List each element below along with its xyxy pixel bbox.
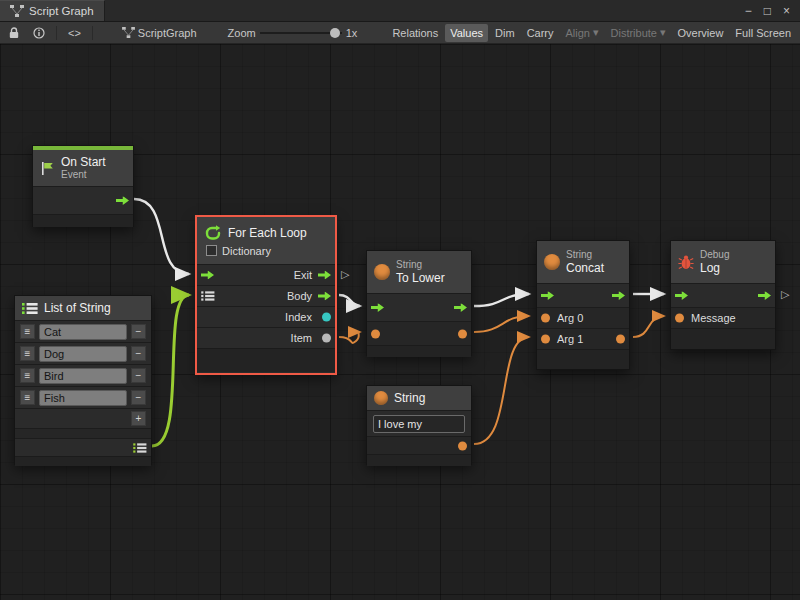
drag-handle-icon[interactable]: ≡ bbox=[20, 390, 35, 405]
list-item-row: ≡ − bbox=[15, 342, 151, 364]
list-item-input[interactable] bbox=[39, 324, 127, 340]
loop-icon bbox=[204, 225, 222, 242]
node-header[interactable]: String Concat bbox=[537, 241, 629, 283]
wire-value-item-to-tolower[interactable] bbox=[339, 332, 360, 343]
wire-control-body-to-tolower[interactable] bbox=[339, 295, 360, 306]
control-output-port[interactable] bbox=[758, 291, 771, 300]
string-output-port[interactable] bbox=[458, 329, 467, 338]
list-input-port[interactable] bbox=[201, 291, 215, 302]
graph-canvas[interactable]: ▷ ▷ On Start Event List of Str bbox=[0, 44, 800, 600]
wire-list-to-foreach[interactable] bbox=[152, 295, 189, 446]
control-input-port[interactable] bbox=[675, 291, 688, 300]
values-button[interactable]: Values bbox=[445, 24, 488, 42]
message-input-port[interactable] bbox=[675, 314, 684, 323]
carry-button[interactable]: Carry bbox=[522, 24, 559, 42]
graph-breadcrumb[interactable]: ScriptGraph bbox=[117, 24, 202, 42]
remove-item-button[interactable]: − bbox=[131, 346, 146, 361]
control-output-port[interactable] bbox=[116, 196, 129, 205]
port-label: Item bbox=[291, 332, 312, 344]
node-concat[interactable]: String Concat Arg 0 Arg 1 bbox=[536, 240, 630, 370]
node-title: Concat bbox=[566, 261, 604, 275]
node-footer bbox=[15, 456, 151, 466]
result-output-port[interactable] bbox=[616, 335, 625, 344]
checkbox-label: Dictionary bbox=[222, 245, 271, 257]
graph-toolbar: <> ScriptGraph Zoom 1x Relations Values … bbox=[0, 22, 800, 44]
unconnected-port-marker: ▷ bbox=[781, 288, 789, 300]
close-button[interactable]: × bbox=[783, 4, 790, 18]
align-dropdown[interactable]: Align ▾ bbox=[561, 24, 604, 42]
node-header[interactable]: List of String bbox=[15, 296, 151, 320]
list-item-input[interactable] bbox=[39, 368, 127, 384]
string-input-port[interactable] bbox=[371, 329, 380, 338]
control-output-port[interactable] bbox=[612, 291, 625, 300]
lock-button[interactable] bbox=[4, 24, 24, 42]
overview-button[interactable]: Overview bbox=[673, 24, 729, 42]
remove-item-button[interactable]: − bbox=[131, 368, 146, 383]
arg0-input-port[interactable] bbox=[541, 314, 550, 323]
graph-name-label: ScriptGraph bbox=[138, 27, 197, 39]
relations-button[interactable]: Relations bbox=[387, 24, 443, 42]
zoom-slider[interactable] bbox=[260, 26, 342, 40]
drag-handle-icon[interactable]: ≡ bbox=[20, 346, 35, 361]
wire-value-tolower-to-arg0[interactable] bbox=[474, 316, 529, 332]
arg1-input-port[interactable] bbox=[541, 335, 550, 344]
wire-value-literal-to-arg1[interactable] bbox=[474, 337, 529, 444]
node-header[interactable]: On Start Event bbox=[33, 150, 133, 186]
node-header[interactable]: Debug Log bbox=[671, 241, 775, 283]
zoom-slider-knob[interactable] bbox=[330, 28, 340, 38]
wire-control-tolower-to-concat[interactable] bbox=[474, 294, 529, 306]
info-button[interactable] bbox=[28, 24, 50, 42]
string-type-icon bbox=[544, 254, 560, 270]
index-output-port[interactable] bbox=[322, 313, 331, 322]
distribute-dropdown[interactable]: Distribute ▾ bbox=[606, 24, 671, 42]
port-label: Body bbox=[287, 290, 312, 302]
node-debug-log[interactable]: Debug Log Message bbox=[670, 240, 776, 350]
wire-value-concat-to-message[interactable] bbox=[633, 316, 664, 337]
fullscreen-button[interactable]: Full Screen bbox=[730, 24, 796, 42]
list-item-row: ≡ − bbox=[15, 364, 151, 386]
tab-script-graph[interactable]: Script Graph bbox=[0, 0, 105, 21]
add-item-button[interactable]: + bbox=[131, 411, 146, 426]
control-port-row bbox=[367, 293, 471, 321]
port-row-index: Index bbox=[197, 306, 335, 327]
exit-output-port[interactable] bbox=[318, 271, 331, 280]
node-string-literal[interactable]: String bbox=[366, 385, 472, 465]
node-list-of-string[interactable]: List of String ≡ − ≡ − ≡ − ≡ − + bbox=[14, 295, 152, 465]
list-add-row: + bbox=[15, 408, 151, 428]
node-header[interactable]: String bbox=[367, 386, 471, 410]
node-for-each-loop[interactable]: For Each Loop Dictionary Exit Body Index bbox=[196, 216, 336, 374]
body-output-port[interactable] bbox=[318, 292, 331, 301]
string-output-port[interactable] bbox=[458, 441, 467, 450]
toolbar-separator bbox=[92, 26, 93, 40]
node-on-start[interactable]: On Start Event bbox=[32, 145, 134, 227]
minimize-button[interactable]: − bbox=[745, 4, 752, 18]
node-category: String bbox=[394, 391, 425, 405]
list-item-input[interactable] bbox=[39, 346, 127, 362]
string-value-input[interactable] bbox=[373, 415, 465, 433]
maximize-button[interactable]: □ bbox=[764, 4, 771, 18]
control-input-port[interactable] bbox=[371, 303, 384, 312]
node-header[interactable]: String To Lower bbox=[367, 251, 471, 293]
node-footer bbox=[367, 454, 471, 466]
drag-handle-icon[interactable]: ≡ bbox=[20, 324, 35, 339]
control-output-port[interactable] bbox=[454, 303, 467, 312]
wire-control-onstart-to-foreach[interactable] bbox=[134, 199, 189, 274]
control-input-port[interactable] bbox=[541, 291, 554, 300]
node-title: Log bbox=[700, 261, 729, 275]
string-type-icon bbox=[374, 391, 388, 405]
list-output-port[interactable] bbox=[133, 442, 147, 453]
control-input-port[interactable] bbox=[201, 271, 214, 280]
dictionary-checkbox[interactable] bbox=[206, 245, 217, 256]
remove-item-button[interactable]: − bbox=[131, 390, 146, 405]
list-item-input[interactable] bbox=[39, 390, 127, 406]
item-output-port[interactable] bbox=[322, 334, 331, 343]
remove-item-button[interactable]: − bbox=[131, 324, 146, 339]
port-label: Exit bbox=[294, 269, 312, 281]
drag-handle-icon[interactable]: ≡ bbox=[20, 368, 35, 383]
dim-button[interactable]: Dim bbox=[490, 24, 520, 42]
node-header[interactable]: For Each Loop Dictionary bbox=[197, 217, 335, 264]
window-controls: − □ × bbox=[735, 0, 800, 21]
code-view-button[interactable]: <> bbox=[63, 24, 86, 42]
port-row-exit: Exit bbox=[197, 264, 335, 285]
node-to-lower[interactable]: String To Lower bbox=[366, 250, 472, 356]
